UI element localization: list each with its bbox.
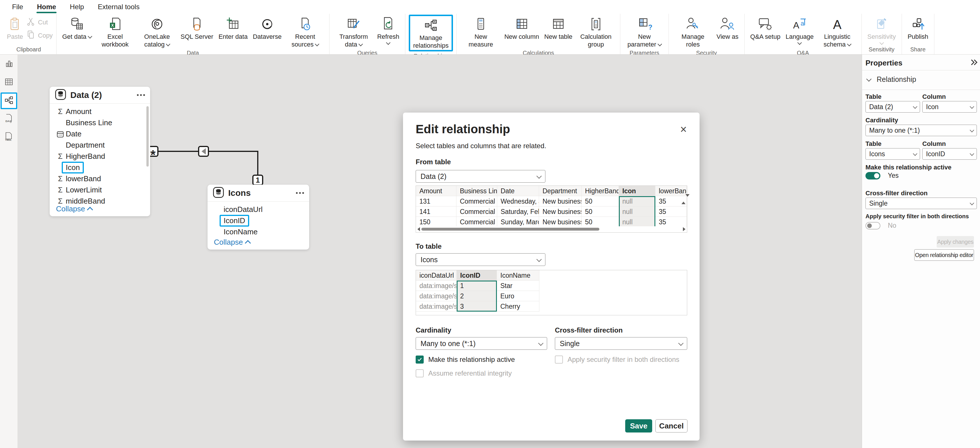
cancel-button[interactable]: Cancel xyxy=(655,419,687,432)
column-header-selected[interactable]: Icon xyxy=(619,186,655,196)
table1-dropdown[interactable]: Data (2) xyxy=(865,101,920,113)
chevron-down-icon xyxy=(166,42,170,46)
onelake-catalog-button[interactable]: OneLake catalog xyxy=(136,15,178,49)
dataverse-button[interactable]: Dataverse xyxy=(251,15,284,41)
toggle-on[interactable] xyxy=(865,172,880,180)
column-header[interactable]: Business Line xyxy=(457,186,497,196)
linguistic-schema-button[interactable]: A Linguistic schema xyxy=(817,15,858,49)
column2-label: Column xyxy=(922,140,946,148)
more-options-icon[interactable] xyxy=(296,192,304,194)
column-header[interactable]: Department xyxy=(539,186,582,196)
to-table-dropdown[interactable]: Icons xyxy=(416,253,546,266)
column-header[interactable]: Date xyxy=(497,186,539,196)
crossfilter-dropdown[interactable]: Single xyxy=(865,198,977,209)
view-as-button[interactable]: View as xyxy=(714,15,741,41)
collapse-link[interactable]: Collapse xyxy=(56,204,92,214)
qa-setup-button[interactable]: Q&A setup xyxy=(748,15,783,41)
field-icon-selected[interactable]: Icon xyxy=(50,162,150,173)
field-business-line[interactable]: Business Line xyxy=(50,117,150,128)
new-measure-button[interactable]: New measure xyxy=(460,15,501,49)
more-options-icon[interactable] xyxy=(137,94,145,96)
ribbon-group-sensitivity: Sensitivity Sensitivity xyxy=(862,14,902,54)
table-icon xyxy=(55,89,66,101)
menu-file[interactable]: File xyxy=(5,0,30,14)
new-column-button[interactable]: New column xyxy=(502,15,541,41)
column-header[interactable]: Amount xyxy=(416,186,457,196)
field-amount[interactable]: ΣAmount xyxy=(50,106,150,117)
column-header-selected[interactable]: IconID xyxy=(457,270,497,281)
field-department[interactable]: Department xyxy=(50,140,150,151)
save-button[interactable]: Save xyxy=(625,419,652,432)
table-card-icons[interactable]: Icons iconDataUrl IconID IconName Collap… xyxy=(208,185,309,250)
menu-external-tools[interactable]: External tools xyxy=(91,0,146,14)
scroll-down-icon[interactable] xyxy=(686,194,689,202)
field-lowerlimit[interactable]: ΣLowerLimit xyxy=(50,184,150,196)
horizontal-scrollbar[interactable] xyxy=(416,226,687,232)
field-icondataurl[interactable]: iconDataUrl xyxy=(208,204,309,215)
vertical-scrollbar[interactable] xyxy=(681,197,686,227)
column-header[interactable]: IconName xyxy=(497,270,539,281)
powerbi-desktop-window: File Home Help External tools Paste Cut xyxy=(0,0,980,448)
scrollbar-thumb[interactable] xyxy=(422,228,599,231)
field-iconname[interactable]: IconName xyxy=(208,226,309,238)
column2-dropdown[interactable]: IconID xyxy=(922,148,977,159)
cardinality-dropdown[interactable]: Many to one (*:1) xyxy=(865,124,977,136)
field-date[interactable]: Date xyxy=(50,128,150,140)
apply-changes-button: Apply changes xyxy=(937,236,974,247)
table-card-header[interactable]: Data (2) xyxy=(50,87,150,104)
chevron-down-icon xyxy=(538,340,543,346)
scroll-up-icon[interactable] xyxy=(681,197,686,204)
relationship-direction-arrow-icon[interactable] xyxy=(198,146,209,157)
field-lowerband[interactable]: ΣlowerBand xyxy=(50,173,150,184)
card-scrollbar[interactable] xyxy=(146,106,149,167)
double-chevron-right-icon[interactable] xyxy=(970,60,977,64)
checkbox-checked-icon[interactable] xyxy=(416,356,424,364)
sidebar-item-dax-query-view[interactable]: DAX xyxy=(1,112,17,127)
table-card-header[interactable]: Icons xyxy=(208,185,309,202)
collapse-link[interactable]: Collapse xyxy=(214,238,250,247)
calculation-group-button[interactable]: Calculation group xyxy=(575,15,617,49)
excel-workbook-button[interactable]: X Excel workbook xyxy=(94,15,136,49)
table-icon xyxy=(213,187,224,199)
table2-dropdown[interactable]: Icons xyxy=(865,148,920,159)
scroll-left-icon[interactable] xyxy=(417,227,420,231)
relationship-section-header[interactable]: Relationship xyxy=(867,75,916,84)
relationship-one-marker[interactable]: 1 xyxy=(252,175,263,185)
field-higherband[interactable]: ΣHigherBand xyxy=(50,151,150,162)
sidebar-item-tmdl-view[interactable]: TMDL xyxy=(1,129,17,145)
field-iconid-selected[interactable]: IconID xyxy=(208,215,309,226)
language-button[interactable]: Aa Language xyxy=(783,15,816,45)
column-header[interactable]: HigherBand xyxy=(582,186,619,196)
sidebar-item-report-view[interactable] xyxy=(1,57,17,72)
new-table-button[interactable]: New table xyxy=(542,15,575,41)
crossfilter-dropdown[interactable]: Single xyxy=(555,337,687,350)
sidebar-item-model-view[interactable] xyxy=(1,92,17,109)
menu-help[interactable]: Help xyxy=(63,0,91,14)
scroll-right-icon[interactable] xyxy=(683,227,686,231)
relationship-line[interactable] xyxy=(257,151,258,177)
column-header[interactable]: lowerBand xyxy=(655,186,687,196)
column1-dropdown[interactable]: Icon xyxy=(922,101,977,113)
menu-home[interactable]: Home xyxy=(30,0,63,14)
recent-sources-button[interactable]: Recent sources xyxy=(285,15,326,49)
properties-title: Properties xyxy=(865,59,902,67)
refresh-button[interactable]: Refresh xyxy=(375,15,402,45)
table-card-data[interactable]: Data (2) ΣAmount Business Line Date Depa… xyxy=(50,87,150,216)
manage-relationships-button[interactable]: Manage relationships xyxy=(410,16,452,50)
sigma-icon: Σ xyxy=(56,152,65,161)
manage-roles-button[interactable]: Manage roles xyxy=(672,15,714,49)
enter-data-button[interactable]: Enter data xyxy=(216,15,250,41)
column-header[interactable]: iconDataUrl xyxy=(416,270,457,281)
table-card-title: Data (2) xyxy=(70,90,137,100)
sql-server-button[interactable]: SQL Server xyxy=(178,15,216,41)
transform-data-button[interactable]: Transform data xyxy=(333,15,374,49)
sidebar-item-table-view[interactable] xyxy=(1,75,17,90)
open-relationship-editor-button[interactable]: Open relationship editor xyxy=(914,249,974,261)
from-table-dropdown[interactable]: Data (2) xyxy=(416,170,546,183)
cardinality-dropdown[interactable]: Many to one (*:1) xyxy=(416,337,547,350)
new-parameter-button[interactable]: ? New parameter xyxy=(624,15,665,49)
get-data-button[interactable]: Get data xyxy=(60,15,94,41)
close-icon[interactable]: × xyxy=(678,124,689,134)
publish-button[interactable]: Publish xyxy=(905,15,931,41)
chevron-down-icon xyxy=(879,40,884,45)
